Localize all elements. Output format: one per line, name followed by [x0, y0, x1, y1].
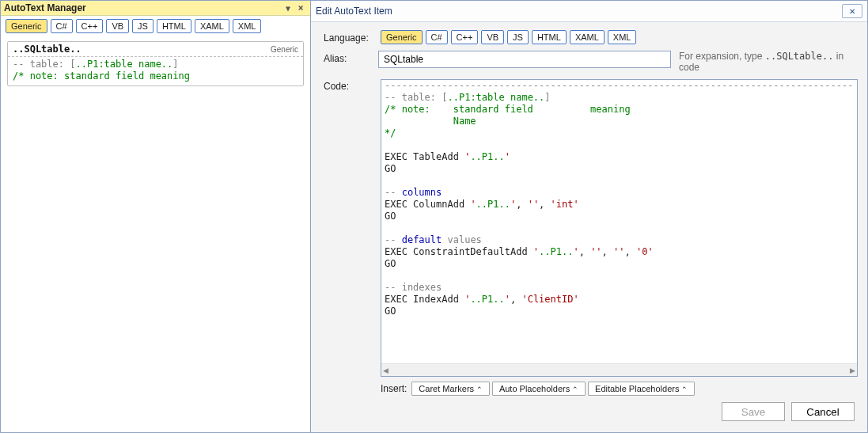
language-vb[interactable]: VB: [106, 19, 129, 33]
language-js[interactable]: JS: [507, 30, 529, 44]
item-language-tag: Generic: [271, 45, 298, 54]
save-button[interactable]: Save: [722, 402, 785, 421]
expansion-hint: For expansion, type ..SQLtable.. in code: [679, 51, 858, 73]
language-xml[interactable]: XML: [233, 19, 262, 33]
autotext-item[interactable]: ..SQLtable.. Generic -- table: [..P1:tab…: [7, 41, 304, 86]
language-xaml[interactable]: XAML: [195, 19, 229, 33]
scroll-left-icon[interactable]: ◀: [383, 367, 389, 374]
scroll-right-icon[interactable]: ▶: [850, 367, 855, 374]
language-c[interactable]: C#: [51, 19, 73, 33]
dialog-titlebar: Edit AutoText Item ✕: [311, 1, 867, 22]
language-c[interactable]: C++: [76, 19, 104, 33]
alias-label: Alias:: [324, 51, 370, 64]
insert-editable-placeholders[interactable]: Editable Placeholders: [588, 382, 695, 396]
dialog-close-button[interactable]: ✕: [842, 4, 862, 18]
language-generic[interactable]: Generic: [6, 19, 47, 33]
edit-autotext-dialog: Edit AutoText Item ✕ Language: GenericC#…: [311, 1, 867, 432]
horizontal-scrollbar[interactable]: ◀ ▶: [381, 363, 857, 376]
language-vb[interactable]: VB: [481, 30, 504, 44]
code-label: Code:: [324, 79, 373, 377]
insert-caret-markers[interactable]: Caret Markers: [411, 382, 489, 396]
language-label: Language:: [324, 30, 373, 44]
language-html[interactable]: HTML: [532, 30, 567, 44]
language-xml[interactable]: XML: [608, 30, 637, 44]
insert-label: Insert:: [381, 383, 407, 394]
code-editor[interactable]: ----------------------------------------…: [381, 79, 858, 377]
language-filter-bar: GenericC#C++VBJSHTMLXAMLXML: [1, 16, 310, 36]
insert-auto-placeholders[interactable]: Auto Placeholders: [492, 382, 586, 396]
alias-input[interactable]: [378, 51, 671, 68]
language-c[interactable]: C#: [426, 30, 448, 44]
close-panel-icon[interactable]: ×: [294, 2, 307, 13]
language-xaml[interactable]: XAML: [570, 30, 605, 44]
insert-toolbar: Insert: Caret Markers Auto Placeholders …: [324, 383, 858, 394]
language-c[interactable]: C++: [451, 30, 479, 44]
item-preview: -- table: [..P1:table name..] /* note: s…: [8, 57, 303, 85]
language-generic[interactable]: Generic: [381, 30, 423, 44]
dialog-title: Edit AutoText Item: [316, 6, 392, 17]
autotext-manager-panel: AutoText Manager ▼ × GenericC#C++VBJSHTM…: [1, 1, 311, 432]
cancel-button[interactable]: Cancel: [791, 402, 855, 421]
panel-title: AutoText Manager: [4, 2, 86, 13]
language-select-bar: GenericC#C++VBJSHTMLXAMLXML: [381, 30, 636, 44]
panel-titlebar: AutoText Manager ▼ ×: [1, 1, 310, 16]
item-alias: ..SQLtable..: [13, 44, 81, 55]
language-html[interactable]: HTML: [157, 19, 191, 33]
language-js[interactable]: JS: [132, 19, 154, 33]
pin-icon[interactable]: ▼: [282, 4, 294, 13]
